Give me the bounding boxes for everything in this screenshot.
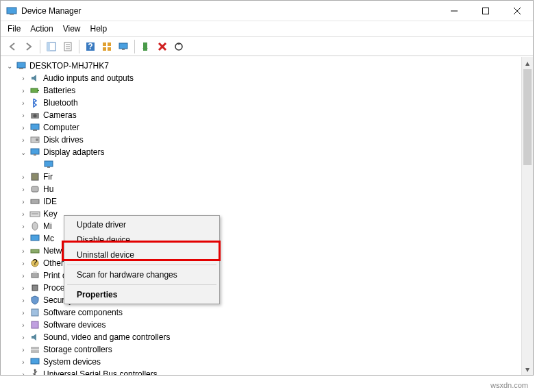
expand-icon[interactable]: ⌄ <box>5 61 14 71</box>
disable-x-icon[interactable] <box>155 39 170 54</box>
svg-rect-26 <box>31 88 38 93</box>
svg-point-33 <box>36 138 38 141</box>
toolbar-divider <box>79 40 79 53</box>
tree-node[interactable]: ›IDE <box>2 195 532 208</box>
grid-icon[interactable] <box>99 39 114 54</box>
display-icon <box>29 147 40 158</box>
svg-point-29 <box>34 114 37 118</box>
tree-label: Storage controllers <box>43 345 112 354</box>
expand-icon[interactable]: › <box>18 209 28 219</box>
tree-node[interactable]: ›Fir <box>2 171 532 183</box>
tree-node[interactable]: ›Universal Serial Bus controllers <box>2 368 532 375</box>
tree-node[interactable]: ›Sound, video and game controllers <box>2 331 532 343</box>
expand-icon[interactable]: › <box>18 332 28 342</box>
menu-file[interactable]: File <box>8 24 21 34</box>
monitor-icon[interactable] <box>116 39 131 54</box>
menu-separator <box>67 265 216 265</box>
svg-point-43 <box>32 222 38 230</box>
expand-icon[interactable]: › <box>18 295 28 305</box>
tree-node[interactable]: ›Cameras <box>2 109 532 121</box>
tree-node[interactable]: ›Batteries <box>2 84 532 97</box>
back-icon[interactable] <box>5 39 20 54</box>
tree-node[interactable]: ›Software devices <box>2 319 532 331</box>
tree-label: Disk drives <box>43 135 84 145</box>
menu-separator <box>67 284 216 285</box>
expand-icon[interactable]: › <box>18 345 28 354</box>
close-button[interactable] <box>501 1 533 21</box>
menu-help[interactable]: Help <box>90 24 108 34</box>
expand-icon[interactable]: › <box>18 197 28 206</box>
expand-icon[interactable]: › <box>18 308 28 317</box>
tree-node[interactable]: ›System devices <box>2 356 532 368</box>
expand-icon[interactable]: › <box>18 246 28 256</box>
tree-node[interactable]: ›Hu <box>2 183 532 195</box>
titlebar: Device Manager <box>1 1 533 21</box>
expand-icon[interactable]: › <box>18 221 28 231</box>
expand-icon[interactable]: › <box>18 258 28 268</box>
expand-icon[interactable]: › <box>18 184 28 194</box>
expand-icon[interactable]: ⌄ <box>18 147 28 157</box>
minimize-button[interactable] <box>438 1 470 21</box>
expand-icon[interactable]: › <box>18 98 28 108</box>
tree-node[interactable]: ⌄DESKTOP-MHJ7HK7 <box>2 60 532 72</box>
tree-node[interactable]: ›Storage controllers <box>2 343 532 356</box>
svg-rect-38 <box>32 173 38 180</box>
help-icon[interactable]: ? <box>83 39 98 54</box>
system-icon <box>29 356 40 367</box>
expand-icon[interactable]: › <box>18 86 28 95</box>
svg-rect-3 <box>483 8 489 14</box>
show-hidden-icon[interactable] <box>44 39 59 54</box>
update-driver-icon[interactable] <box>171 39 186 54</box>
printer-icon <box>29 270 40 281</box>
forward-icon[interactable] <box>21 39 36 54</box>
context-menu: Update driverDisable deviceUninstall dev… <box>64 215 220 304</box>
tree-node[interactable]: ›Software components <box>2 306 532 319</box>
menu-item-disable-device[interactable]: Disable device <box>66 232 218 247</box>
audio-icon <box>29 73 40 84</box>
tree-node[interactable]: ⌄Display adapters <box>2 146 532 158</box>
svg-text:?: ? <box>88 42 92 51</box>
menu-item-uninstall-device[interactable]: Uninstall device <box>66 247 218 262</box>
expand-icon[interactable]: › <box>18 234 28 243</box>
tree-node[interactable]: ›Bluetooth <box>2 97 532 109</box>
tree-label: Hu <box>43 184 53 194</box>
storage-icon <box>29 344 40 355</box>
svg-rect-37 <box>47 167 50 168</box>
properties-icon[interactable] <box>60 39 75 54</box>
expand-icon[interactable]: › <box>18 110 28 120</box>
menu-item-update-driver[interactable]: Update driver <box>66 217 218 232</box>
expand-icon[interactable]: › <box>18 73 28 83</box>
app-icon <box>6 5 17 16</box>
menu-action[interactable]: Action <box>30 24 53 34</box>
expand-icon[interactable]: › <box>18 172 28 182</box>
tree-label: Mi <box>43 221 52 231</box>
tree-node[interactable] <box>2 158 532 171</box>
svg-rect-49 <box>33 271 37 273</box>
tree-node[interactable]: ›Audio inputs and outputs <box>2 72 532 84</box>
svg-rect-45 <box>31 249 39 253</box>
scroll-up-icon[interactable]: ▴ <box>522 57 533 69</box>
tree-node[interactable]: ›Computer <box>2 121 532 134</box>
tree-node[interactable]: ›Disk drives <box>2 134 532 146</box>
expand-icon[interactable]: › <box>18 135 28 145</box>
svg-rect-36 <box>45 161 53 167</box>
menu-item-properties[interactable]: Properties <box>66 287 218 302</box>
mouse-icon <box>29 221 40 232</box>
menu-view[interactable]: View <box>63 24 81 34</box>
svg-rect-7 <box>47 42 50 51</box>
enable-icon[interactable] <box>138 39 153 54</box>
expand-icon[interactable]: › <box>18 369 28 375</box>
monitor-icon <box>29 233 40 244</box>
scrollbar-thumb[interactable] <box>523 69 532 165</box>
expand-icon[interactable]: › <box>18 271 28 280</box>
vertical-scrollbar[interactable]: ▴ ▾ <box>521 57 533 375</box>
scroll-down-icon[interactable]: ▾ <box>522 363 533 375</box>
maximize-button[interactable] <box>470 1 501 21</box>
expand-icon[interactable]: › <box>18 283 28 293</box>
expand-icon[interactable]: › <box>18 320 28 330</box>
tree-panel: ⌄DESKTOP-MHJ7HK7›Audio inputs and output… <box>1 56 533 375</box>
expand-icon[interactable]: › <box>18 357 28 367</box>
expand-icon[interactable]: › <box>18 123 28 132</box>
menu-item-scan-for-hardware-changes[interactable]: Scan for hardware changes <box>66 267 218 282</box>
svg-rect-31 <box>33 130 37 131</box>
